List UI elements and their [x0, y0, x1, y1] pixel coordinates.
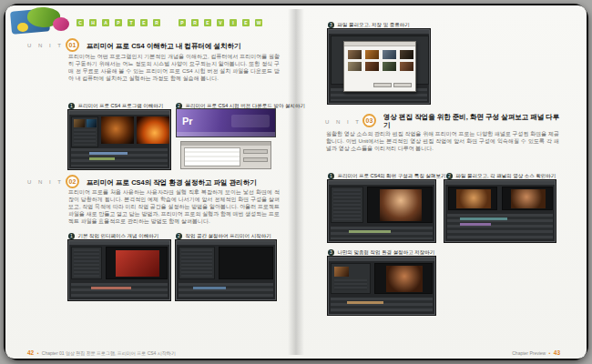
clip-bar	[349, 230, 391, 233]
installer-progress-strip	[177, 132, 275, 136]
monitor-image	[456, 189, 491, 208]
screenshot-premiere-interface	[68, 110, 170, 169]
installer-panel	[231, 115, 270, 127]
program-monitor-image	[137, 116, 169, 144]
file-thumbnail	[400, 62, 413, 71]
footer-divider: •	[37, 350, 39, 356]
caption-u2-1: 1 기본 작업 인터페이스 개념 이해하기	[68, 233, 158, 239]
program-monitor	[367, 187, 433, 223]
unit2-number-badge: 02	[66, 175, 79, 188]
screenshot-installer-splash: Pr	[176, 108, 276, 137]
collage-pink-shape	[53, 17, 69, 31]
file-thumbnail	[365, 50, 379, 59]
unit3-label: U N I T	[325, 119, 362, 125]
thumbnail	[334, 267, 349, 277]
caption-text: 프리미어 프로 CS4의 화면 구성과 특징 살펴보기	[338, 173, 446, 178]
thumbnail	[87, 119, 97, 127]
menu-bar	[69, 111, 169, 115]
project-panel	[179, 247, 215, 279]
menu-bar	[329, 30, 429, 34]
file-thumbnail	[383, 50, 396, 59]
banner-letter: V	[217, 19, 224, 26]
monitor-image	[380, 189, 422, 221]
screenshot-workspace-dark	[176, 240, 276, 300]
file-thumbnail	[383, 62, 396, 71]
source-monitor	[448, 187, 497, 210]
dialog-button	[243, 157, 268, 162]
caption-number-badge: 2	[176, 233, 182, 239]
clip-list	[181, 249, 212, 277]
banner-letter: H	[89, 19, 97, 26]
caption-number-badge: 1	[68, 233, 75, 239]
caption-text: 파일 불러오고, 각 패널의 영상 소스 확인하기	[456, 173, 556, 178]
caption-u3-3: 3 나만의 맞춤형 작업 환경 설정하고 저장하기	[328, 249, 434, 256]
unit2-label: U N I T	[27, 179, 64, 185]
clip-bar	[91, 287, 131, 289]
caption-u3-2: 2 파일 불러오고, 각 패널의 영상 소스 확인하기	[446, 173, 556, 179]
caption-number-badge: 3	[328, 249, 334, 256]
thumbnail	[74, 119, 85, 127]
caption-text: 프리미어 프로 CS4 프로그램 이해하기	[78, 103, 164, 108]
unit3-body: 원활한 영상 소스의 관리와 편집 작업을 위해 프리미어 프로는 다양한 패널…	[326, 131, 559, 153]
screenshot-setup-dialog	[180, 141, 271, 169]
left-page-number: 42	[27, 349, 34, 356]
monitor-image	[511, 189, 546, 208]
banner-letter: E	[140, 19, 148, 26]
screenshot-workspace-red	[68, 240, 170, 300]
program-monitor	[374, 263, 433, 294]
unit3-number-badge: 03	[362, 114, 376, 127]
footer-divider: •	[549, 350, 551, 356]
caption-u1-1: 1 프리미어 프로 CS4 프로그램 이해하기	[68, 103, 163, 109]
caption-number-badge: 3	[328, 22, 334, 28]
dialog-button	[243, 149, 268, 154]
caption-text: 파일 불러오고, 저장 및 종료하기	[338, 22, 410, 27]
unit2-body: 프리미어 프로를 처음 사용하는 사용자라면 실행 직후 복잡하게 보이는 낯선…	[68, 189, 280, 226]
caption-number-badge: 1	[328, 173, 334, 179]
project-panel	[331, 263, 371, 294]
screenshot-import-dialog	[328, 29, 430, 104]
caption-text: 기본 작업 인터페이스 개념 이해하기	[78, 233, 159, 238]
project-panel	[71, 116, 98, 147]
clip-list	[333, 189, 361, 220]
banner-letter: W	[255, 19, 262, 26]
project-panel	[71, 247, 102, 279]
source-monitor-image	[101, 116, 134, 144]
import-file-dialog	[343, 41, 416, 92]
clip-bar	[460, 217, 507, 220]
screenshot-screen-layout	[328, 180, 435, 242]
unit3-title: 영상 편집 작업을 위한 준비, 화면 구성 살펴보고 패널 다루기	[383, 113, 562, 130]
chapter-preview-banner: CHAPTERPREVIEW	[77, 12, 268, 21]
menu-bar	[445, 181, 555, 185]
banner-letter: C	[77, 19, 84, 26]
timeline-panel	[331, 298, 433, 312]
clip-list	[74, 129, 96, 145]
file-thumbnail	[348, 50, 362, 59]
right-footer-text: Chapter Preview	[512, 350, 546, 356]
unit1-number-badge: 01	[66, 38, 79, 52]
program-monitor	[106, 247, 168, 279]
banner-letter: A	[102, 19, 109, 26]
clip-bar	[347, 301, 383, 304]
file-thumbnail	[400, 50, 413, 59]
banner-letter: E	[204, 19, 211, 26]
unit1-title: 프리미어 프로 CS4 이해하고 내 컴퓨터에 설치하기	[87, 42, 282, 50]
cancel-button	[393, 83, 412, 87]
spread-content: CHAPTERPREVIEW U N I T 01 프리미어 프로 CS4 이해…	[0, 0, 592, 364]
banner-letter: P	[179, 19, 186, 26]
menu-bar	[69, 241, 169, 245]
open-button	[373, 83, 392, 87]
banner-letter: T	[128, 19, 135, 26]
clip-bar	[89, 152, 128, 155]
file-thumbnail	[348, 62, 362, 71]
timeline-panel	[71, 283, 168, 298]
left-footer-text: Chapter 01 영상 편집 전문 프로그램, 프리미어 프로 CS4 시작…	[42, 350, 176, 356]
header-collage-art	[11, 7, 71, 36]
monitor-image	[386, 266, 423, 292]
caption-u2-2: 2 작업 공간 설정하여 프리미어 시작하기	[176, 233, 271, 239]
collage-yellow-shape	[17, 23, 28, 32]
clip-list	[334, 279, 367, 290]
banner-letter: P	[115, 19, 122, 26]
timeline-panel	[179, 283, 273, 298]
menu-bar	[177, 241, 275, 245]
right-page-footer: Chapter Preview • 43	[392, 349, 560, 356]
